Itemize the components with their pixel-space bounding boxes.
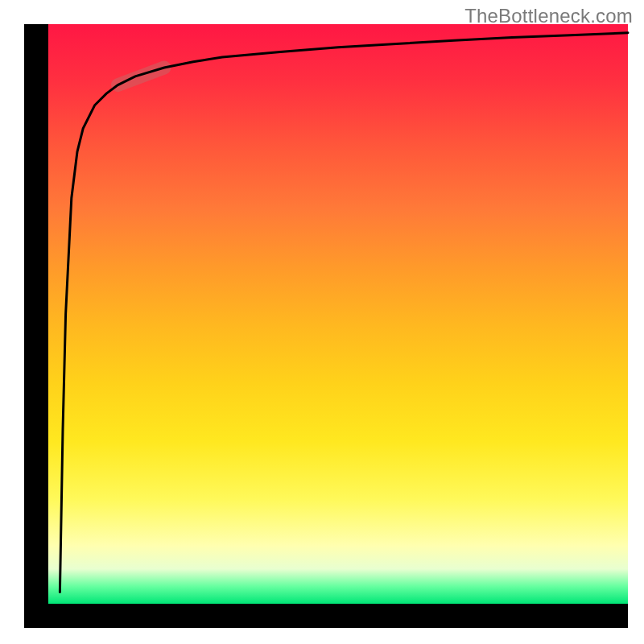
bottleneck-curve: [60, 33, 628, 592]
x-axis-bar: [24, 604, 628, 628]
y-axis-bar: [24, 24, 48, 604]
chart-svg: [48, 24, 628, 604]
